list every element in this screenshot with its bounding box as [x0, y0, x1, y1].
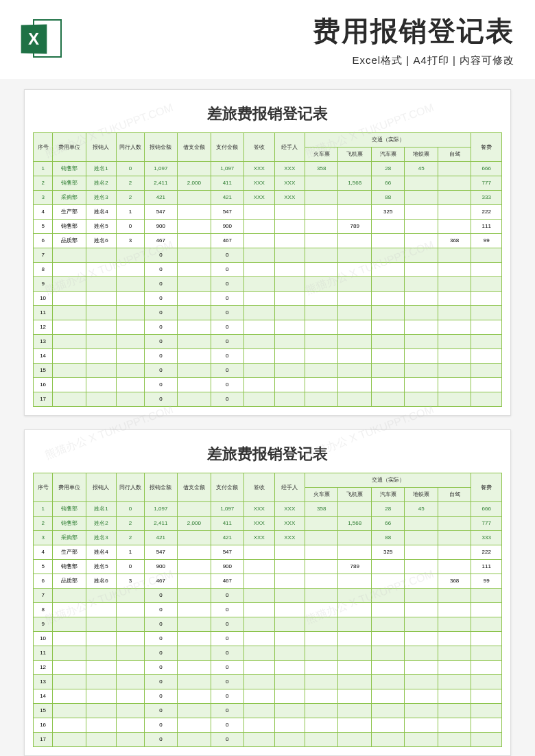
cell: [438, 675, 471, 689]
cell: [305, 646, 337, 661]
cell: 15: [34, 364, 53, 378]
cell: [438, 349, 471, 364]
cell: [117, 292, 144, 306]
cell: [244, 603, 274, 617]
cell: [53, 277, 86, 292]
cell: [438, 364, 471, 378]
cell: [178, 364, 211, 378]
cell: 17: [34, 733, 53, 747]
cell: [305, 191, 337, 205]
cell: [371, 675, 404, 689]
cell: [117, 277, 144, 292]
cell: XXX: [274, 191, 305, 205]
cell: 姓名2: [86, 176, 116, 191]
cell: [305, 277, 337, 292]
cell: [338, 632, 371, 646]
cell: [244, 248, 274, 263]
cell: [117, 589, 144, 603]
cell: 姓名2: [86, 517, 116, 531]
cell: [178, 248, 211, 263]
column-header: 支付金额: [211, 133, 243, 162]
cell: [338, 205, 371, 220]
cell: 2: [117, 517, 144, 531]
cell: [117, 733, 144, 747]
cell: [438, 220, 471, 234]
cell: [178, 531, 211, 545]
cell: [274, 661, 305, 675]
cell: 0: [144, 263, 177, 277]
header-title: 费用报销登记表: [75, 12, 514, 50]
cell: [244, 704, 274, 718]
cell: 姓名6: [86, 234, 116, 248]
cell: 111: [471, 220, 502, 234]
column-header: 支付金额: [211, 473, 243, 502]
cell: 1,568: [338, 176, 371, 191]
cell: [274, 589, 305, 603]
cell: 0: [211, 248, 243, 263]
cell: 0: [144, 349, 177, 364]
table-row: 3采购部姓名32421421XXXXXX88333: [34, 191, 502, 205]
cell: [86, 263, 116, 277]
cell: [305, 689, 337, 704]
column-header: 报销金额: [144, 473, 177, 502]
cell: 销售部: [53, 162, 86, 176]
cell: 368: [438, 574, 471, 589]
table-row: 1000: [34, 292, 502, 306]
cell: [86, 718, 116, 733]
cell: [371, 733, 404, 747]
column-header: 序号: [34, 133, 53, 162]
cell: 16: [34, 378, 53, 392]
cell: [244, 689, 274, 704]
column-header: 地铁票: [405, 147, 438, 162]
cell: [338, 162, 371, 176]
cell: [405, 263, 438, 277]
cell: [305, 392, 337, 407]
cell: [178, 704, 211, 718]
cell: 325: [371, 545, 404, 560]
cell: 10: [34, 292, 53, 306]
cell: [338, 689, 371, 704]
cell: [53, 632, 86, 646]
cell: 421: [211, 531, 243, 545]
cell: [405, 675, 438, 689]
table-row: 900: [34, 617, 502, 632]
cell: [471, 718, 502, 733]
cell: [305, 589, 337, 603]
table-row: 1销售部姓名101,0971,097XXXXXX3582845666: [34, 502, 502, 517]
cell: 2: [34, 517, 53, 531]
cell: [53, 704, 86, 718]
cell: [305, 378, 337, 392]
cell: [405, 517, 438, 531]
cell: 0: [144, 589, 177, 603]
cell: [53, 603, 86, 617]
cell: [371, 277, 404, 292]
cell: [274, 545, 305, 560]
cell: [371, 589, 404, 603]
cell: [53, 292, 86, 306]
table-row: 2销售部姓名222,4112,000411XXXXXX1,56866777: [34, 517, 502, 531]
cell: 99: [471, 234, 502, 248]
cell: 0: [211, 349, 243, 364]
cell: [274, 248, 305, 263]
cell: 547: [211, 205, 243, 220]
cell: [305, 704, 337, 718]
cell: [405, 234, 438, 248]
cell: [178, 589, 211, 603]
cell: [178, 263, 211, 277]
cell: 2: [117, 531, 144, 545]
cell: 0: [211, 263, 243, 277]
cell: [338, 589, 371, 603]
cell: XXX: [274, 517, 305, 531]
cell: [438, 292, 471, 306]
cell: 666: [471, 162, 502, 176]
column-header: 自驾: [438, 488, 471, 502]
cell: [117, 320, 144, 335]
cell: XXX: [274, 502, 305, 517]
cell: [371, 234, 404, 248]
cell: [438, 718, 471, 733]
cell: 11: [34, 646, 53, 661]
cell: [305, 733, 337, 747]
cell: 0: [211, 335, 243, 349]
page-container: 差旅费报销登记表序号费用单位报销人同行人数报销金额借支金额支付金额签收经手人交通…: [0, 79, 535, 756]
expense-table: 序号费用单位报销人同行人数报销金额借支金额支付金额签收经手人交通（实际）餐费火车…: [33, 473, 502, 747]
